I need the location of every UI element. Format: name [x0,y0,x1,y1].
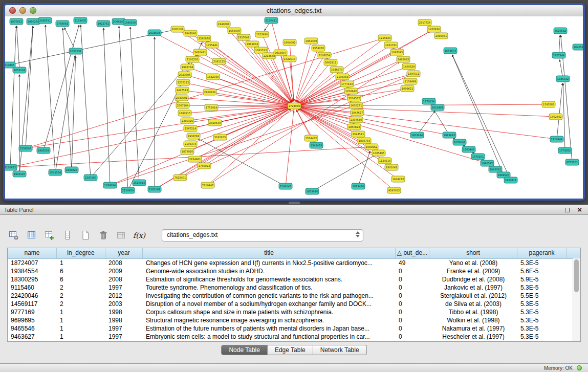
table-row[interactable]: 946554611997Estimation of the future num… [8,324,580,333]
column-header-in_degree[interactable]: in_degree [57,248,105,258]
float-panel-icon[interactable] [565,208,570,212]
table-row[interactable]: 1938455462009Genome-wide association stu… [8,267,580,275]
table-source-select[interactable]: citations_edges.txt [162,229,363,242]
graph-node-label: 2181205 [214,136,226,139]
table-cell: 0 [396,316,429,324]
graph-node-label: 1646573 [331,68,342,71]
table-cell: Tourette syndrome. Phenomenology and cla… [143,283,396,292]
table-cell: Stergiakouli et al. (2012) [429,292,517,300]
table-cell: Yano et al. (2008) [429,259,517,267]
header-filler [567,248,580,258]
column-header-name[interactable]: name [8,248,57,258]
graph-node-label: 1801042 [386,166,397,169]
table-cell: 2009 [105,267,143,275]
table-body: 1872400712008Changes of HCN gene express… [8,259,580,341]
graph-node-label: 9919074 [247,42,258,46]
graph-edge [10,26,16,167]
table-panel-header[interactable]: Table Panel × [0,205,588,215]
tab-node-table[interactable]: Node Table [221,345,268,355]
graph-node-label: 1212490 [256,33,268,36]
column-header-title[interactable]: title [143,248,396,258]
close-panel-icon[interactable]: × [577,205,582,215]
table-row[interactable]: 911546021997Tourette syndrome. Phenomeno… [8,283,580,292]
table-cell: Structural magnetic resonance image aver… [143,316,396,324]
table-row[interactable]: 1830029562008Estimation of significance … [8,275,580,283]
graph-node-label: 1319405 [5,63,14,67]
graph-edge [10,107,290,167]
graph-node-label: 1524511 [353,133,364,136]
column-header-year[interactable]: year [105,248,143,258]
memory-status-label: Memory: OK [544,364,573,372]
graph-node-label: 2081125 [213,60,225,63]
graph-node-label: 1873920 [182,150,193,153]
tab-edge-table[interactable]: Edge Table [268,345,313,355]
graph-node-label: 2055134 [14,69,25,72]
graph-node-label: 2343091 [176,96,187,99]
graph-node-label: 2327641 [238,36,249,39]
graph-node-label: 1903443 [463,148,474,151]
table-settings-button[interactable] [7,229,20,242]
tab-network-table[interactable]: Network Table [313,345,367,355]
graph-node-label: 2181250 [187,58,198,61]
graph-node-label: 1779134 [423,100,434,103]
table-row[interactable]: 969969511998Structural magnetic resonanc… [8,316,580,324]
table-cell: 19384554 [8,267,57,275]
graph-node-label: 2108344 [337,75,348,78]
graph-node-label: 1724089 [289,104,300,107]
table-cell: Investigating the contribution of common… [143,292,396,300]
graph-node-label: 2234981 [189,158,201,161]
graph-node-label: 1823410 [353,185,364,188]
table-row[interactable]: 1872400712008Changes of HCN gene express… [8,259,580,267]
function-builder-button[interactable]: f(x) [133,229,146,242]
table-cell: 0 [396,308,429,316]
graph-node-label: 1322013 [284,57,295,60]
table-row[interactable]: 977716911998Corpus callosum shape and si… [8,308,580,316]
table-toolbar: f(x) citations_edges.txt [7,228,363,243]
graph-edge [64,28,76,51]
table-cell: 5.3E-5 [517,300,567,308]
graph-node-label: 9919407 [275,51,286,54]
graph-node-label: 1602342 [550,115,561,118]
table-row[interactable]: 946362711997Embryonic stem cells: a mode… [8,333,580,341]
graph-node-label: 9245012 [388,189,400,192]
import-table-button[interactable] [115,229,128,242]
column-header-out_de[interactable]: △ out_de... [396,248,429,258]
table-row[interactable]: 2242004622012Investigating the contribut… [8,292,580,300]
show-columns-button[interactable] [25,229,38,242]
graph-edge [208,62,399,185]
new-table-button[interactable] [79,229,92,242]
node-table: namein_degreeyeartitle△ out_de...shortpa… [7,248,581,342]
graph-node-label: 1892815 [179,112,190,115]
graph-node-label: 8130652 [5,166,16,169]
network-canvas[interactable]: 1724089208112518420492260838175541424204… [5,16,583,199]
new-table-icon [80,230,91,240]
column-header-short[interactable]: short [429,248,517,258]
table-row[interactable]: 1456911722003Disruption of a novel membe… [8,300,580,308]
table-cell: 1997 [105,283,143,292]
graph-node-label: 1850823 [349,125,360,128]
window-title: citations_edges.txt [5,5,583,16]
graph-node-label: 2210450 [122,189,134,192]
delete-table-button[interactable] [97,229,110,242]
table-cell: 5.3E-5 [517,283,567,292]
table-cell: Embryonic stem cells: a model to study s… [143,333,396,341]
graph-node-label: 2380326 [182,119,193,122]
combo-arrows-icon [356,231,360,237]
vertical-scrollbar[interactable] [573,258,580,341]
graph-node-label: 1912612 [444,134,455,137]
graph-node-label: 2190145 [280,185,291,188]
row-selection-button[interactable] [61,229,74,242]
desktop-background: citations_edges.txt 17240892081125184204… [0,0,588,205]
graph-node-label: 2260878 [199,37,210,40]
table-cell: Jankovic et al. (1997) [429,283,517,292]
graph-node-label: 7619447 [202,184,213,187]
add-column-button[interactable] [43,229,56,242]
graph-edge [43,25,79,150]
split-pane-handle[interactable] [289,202,300,204]
scrollbar-thumb[interactable] [574,259,579,292]
column-header-pagerank[interactable]: pagerank [517,248,567,258]
network-window-titlebar[interactable]: citations_edges.txt [5,5,583,17]
graph-node-label: 1099621 [402,87,413,90]
trash-icon [98,230,108,240]
graph-node-label: 1397511 [408,72,419,75]
